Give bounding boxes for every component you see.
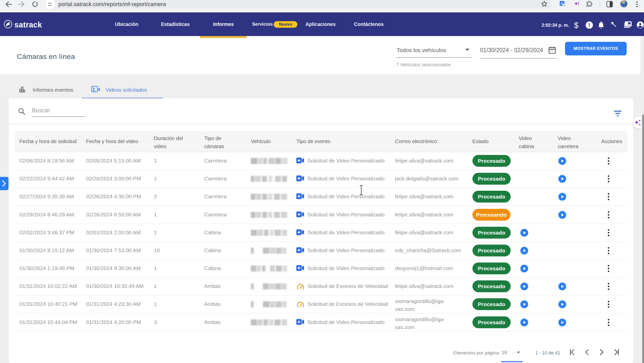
svg-text:A: A — [564, 4, 566, 7]
